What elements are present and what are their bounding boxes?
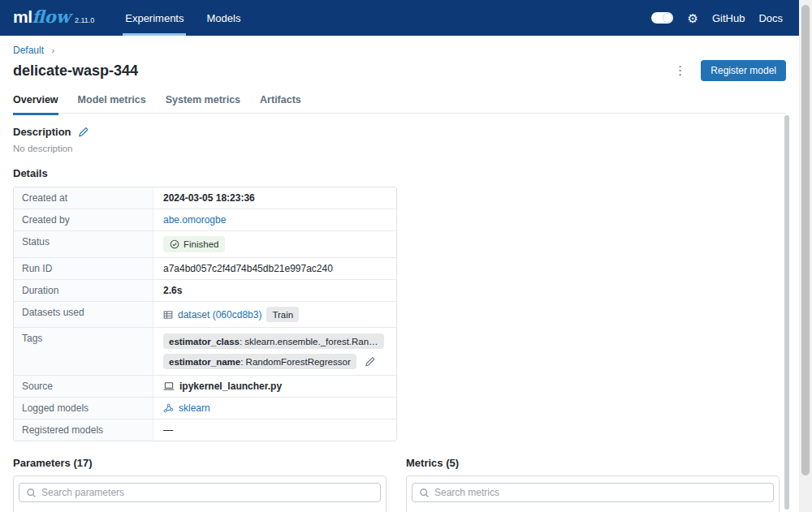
detail-label: Created by [14, 209, 153, 230]
dataset-context-tag: Train [266, 307, 299, 322]
header-actions: ⋮ Register model [671, 60, 786, 81]
detail-label: Tags [14, 328, 153, 375]
detail-row-datasets: Datasets used dataset (060cd8b3) Train [14, 302, 396, 328]
tag-key: estimator_name [169, 357, 240, 367]
source-file-name: ipykernel_launcher.py [179, 381, 282, 392]
version-label: 2.11.0 [75, 16, 94, 24]
run-id-value: a7a4bd057c2f4d74b45db21e997ac240 [153, 258, 396, 279]
breadcrumb-separator: › [51, 45, 54, 55]
mlflow-app: mlflow 2.11.0 Experiments Models ⚙ GitHu… [0, 0, 799, 512]
register-model-button[interactable]: Register model [701, 60, 786, 81]
run-header: delicate-wasp-344 ⋮ Register model [13, 60, 786, 81]
page-scrollbar[interactable] [799, 0, 812, 512]
no-description-text: No description [13, 144, 786, 153]
top-navbar: mlflow 2.11.0 Experiments Models ⚙ GitHu… [0, 0, 799, 36]
github-link[interactable]: GitHub [712, 12, 745, 24]
docs-link[interactable]: Docs [758, 12, 783, 24]
breadcrumb-experiment-link[interactable]: Default [13, 45, 44, 56]
search-metrics-input[interactable] [434, 487, 767, 498]
tag-estimator-class: estimator_class: sklearn.ensemble._fores… [163, 333, 384, 349]
parameters-section: Parameters (17) Parameter Value bootstra… [13, 457, 387, 512]
check-circle-icon [170, 239, 179, 249]
breadcrumb: Default › [13, 45, 786, 56]
detail-row-created-at: Created at 2024-03-05 18:23:36 [14, 187, 396, 209]
tag-estimator-name: estimator_name: RandomForestRegressor [163, 354, 356, 369]
tag-value: : RandomForestRegressor [240, 357, 351, 367]
parameters-table-header: Parameter Value [19, 509, 381, 512]
metrics-table-header: Metric Value [412, 509, 774, 512]
detail-label: Logged models [14, 398, 153, 419]
edit-tags-pencil-icon[interactable] [365, 356, 375, 367]
navbar-links: Experiments Models [114, 0, 252, 36]
gear-icon[interactable]: ⚙ [687, 12, 698, 24]
tag-key: estimator_class [169, 337, 240, 346]
detail-label: Registered models [14, 419, 153, 441]
nav-link-models[interactable]: Models [195, 0, 252, 36]
tab-overview[interactable]: Overview [13, 91, 58, 113]
detail-value: 2024-03-05 18:23:36 [153, 187, 396, 209]
details-table: Created at 2024-03-05 18:23:36 Created b… [13, 187, 397, 441]
navbar-right: ⚙ GitHub Docs [651, 0, 799, 36]
detail-row-logged-models: Logged models sklearn [14, 398, 396, 419]
page-scrollbar-thumb[interactable] [801, 5, 810, 475]
search-icon [26, 488, 37, 498]
parameters-table: Parameter Value bootstrap True max_depth… [19, 509, 381, 512]
detail-row-created-by: Created by abe.omorogbe [14, 209, 396, 231]
logo-ml-text: ml [13, 8, 32, 26]
tag-value: : sklearn.ensemble._forest.Ran… [240, 337, 378, 346]
mlflow-logo[interactable]: mlflow 2.11.0 [13, 8, 94, 36]
details-heading: Details [13, 167, 786, 179]
search-icon [419, 488, 430, 498]
detail-label: Datasets used [14, 302, 153, 327]
page-title: delicate-wasp-344 [13, 62, 138, 80]
search-parameters-input[interactable] [41, 487, 374, 498]
detail-row-registered-models: Registered models — [14, 419, 396, 441]
detail-row-run-id: Run ID a7a4bd057c2f4d74b45db21e997ac240 [14, 258, 396, 280]
status-badge: Finished [163, 236, 225, 252]
metrics-panel: Metric Value training_score 0.7658706572… [406, 475, 780, 512]
detail-label: Duration [14, 280, 153, 301]
metrics-table: Metric Value training_score 0.7658706572… [412, 509, 774, 512]
detail-label: Run ID [14, 258, 153, 279]
edit-description-pencil-icon[interactable] [78, 127, 89, 137]
detail-label: Status [14, 231, 153, 257]
metrics-section: Metrics (5) Metric Value training_score [406, 457, 780, 512]
tab-artifacts[interactable]: Artifacts [260, 91, 301, 113]
run-tabs: Overview Model metrics System metrics Ar… [13, 91, 786, 114]
description-heading: Description [13, 126, 71, 138]
notebook-source-icon [163, 381, 175, 391]
dataset-link[interactable]: dataset (060cd8b3) [178, 309, 261, 321]
description-section: Description [13, 126, 786, 138]
status-text: Finished [184, 239, 218, 250]
registered-models-value: — [153, 419, 396, 441]
logo-flow-text: flow [32, 8, 71, 26]
logged-model-link[interactable]: sklearn [179, 402, 210, 414]
created-by-user-link[interactable]: abe.omorogbe [163, 214, 226, 226]
parameters-search [19, 483, 381, 502]
detail-row-status: Status Finished [14, 231, 396, 258]
detail-label: Source [14, 376, 153, 397]
detail-row-tags: Tags estimator_class: sklearn.ensemble._… [14, 328, 396, 376]
theme-toggle[interactable] [651, 12, 673, 24]
detail-row-source: Source ipykernel_launcher.py [14, 376, 396, 398]
metrics-heading: Metrics (5) [406, 457, 780, 469]
metrics-search [412, 483, 774, 502]
overflow-menu-icon[interactable]: ⋮ [671, 63, 689, 78]
model-icon [163, 403, 174, 414]
content-scrollbar-thumb[interactable] [784, 115, 789, 510]
tab-system-metrics[interactable]: System metrics [166, 91, 240, 113]
duration-value: 2.6s [153, 280, 396, 301]
parameters-heading: Parameters (17) [13, 457, 387, 469]
nav-link-experiments[interactable]: Experiments [114, 0, 195, 36]
dataset-table-icon [163, 310, 173, 320]
tab-model-metrics[interactable]: Model metrics [78, 91, 146, 113]
detail-row-duration: Duration 2.6s [14, 280, 396, 302]
parameters-panel: Parameter Value bootstrap True max_depth… [13, 475, 387, 512]
detail-label: Created at [14, 187, 153, 209]
